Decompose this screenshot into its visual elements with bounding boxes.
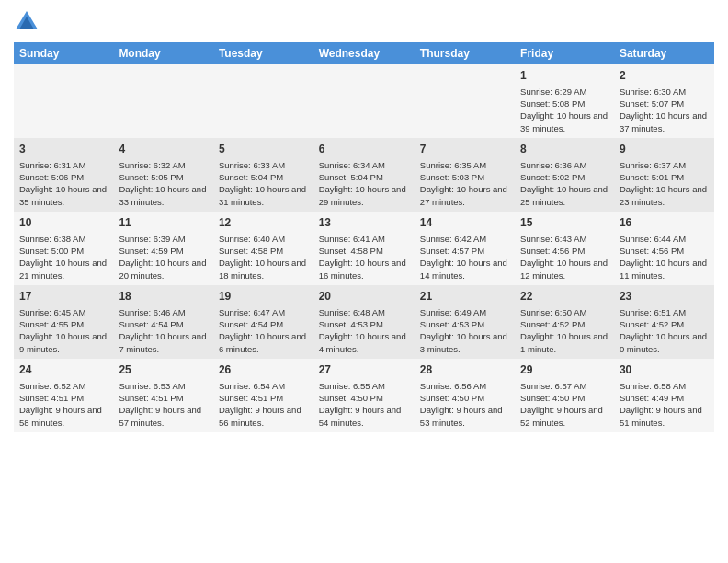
day-info: Sunrise: 6:56 AM bbox=[420, 380, 509, 392]
day-info: Sunset: 5:05 PM bbox=[119, 171, 208, 183]
day-cell-empty-3 bbox=[313, 64, 415, 138]
day-info: Daylight: 10 hours and 18 minutes. bbox=[219, 257, 308, 282]
day-info: Sunrise: 6:52 AM bbox=[19, 380, 108, 392]
day-info: Daylight: 10 hours and 23 minutes. bbox=[620, 183, 709, 208]
day-cell-20: 20Sunrise: 6:48 AMSunset: 4:53 PMDayligh… bbox=[313, 285, 415, 359]
day-number: 1 bbox=[520, 68, 609, 84]
column-header-friday: Friday bbox=[515, 42, 614, 64]
day-info: Daylight: 9 hours and 58 minutes. bbox=[19, 404, 108, 429]
day-info: Sunset: 4:54 PM bbox=[119, 318, 208, 330]
day-cell-29: 29Sunrise: 6:57 AMSunset: 4:50 PMDayligh… bbox=[515, 359, 614, 432]
day-cell-10: 10Sunrise: 6:38 AMSunset: 5:00 PMDayligh… bbox=[14, 212, 113, 285]
day-info: Daylight: 10 hours and 37 minutes. bbox=[620, 109, 709, 134]
day-info: Sunset: 4:50 PM bbox=[319, 392, 409, 404]
day-cell-6: 6Sunrise: 6:34 AMSunset: 5:04 PMDaylight… bbox=[313, 138, 415, 212]
day-cell-30: 30Sunrise: 6:58 AMSunset: 4:49 PMDayligh… bbox=[614, 359, 714, 432]
day-cell-empty-2 bbox=[213, 64, 313, 138]
day-info: Sunset: 4:50 PM bbox=[520, 392, 609, 404]
day-info: Sunset: 4:51 PM bbox=[219, 392, 308, 404]
day-number: 21 bbox=[420, 289, 509, 304]
day-info: Daylight: 10 hours and 4 minutes. bbox=[319, 330, 409, 355]
day-info: Sunrise: 6:34 AM bbox=[319, 159, 409, 171]
day-info: Sunrise: 6:49 AM bbox=[420, 306, 509, 318]
day-info: Sunrise: 6:45 AM bbox=[19, 306, 108, 318]
day-info: Daylight: 10 hours and 12 minutes. bbox=[520, 257, 609, 282]
day-cell-5: 5Sunrise: 6:33 AMSunset: 5:04 PMDaylight… bbox=[213, 138, 313, 212]
day-info: Sunrise: 6:30 AM bbox=[620, 86, 709, 98]
day-cell-15: 15Sunrise: 6:43 AMSunset: 4:56 PMDayligh… bbox=[515, 212, 614, 285]
day-number: 3 bbox=[19, 142, 108, 157]
day-cell-28: 28Sunrise: 6:56 AMSunset: 4:50 PMDayligh… bbox=[415, 359, 515, 432]
day-info: Sunset: 5:06 PM bbox=[19, 171, 108, 183]
day-info: Sunrise: 6:36 AM bbox=[520, 159, 609, 171]
day-info: Daylight: 10 hours and 35 minutes. bbox=[19, 183, 108, 208]
header bbox=[14, 9, 714, 35]
day-info: Sunset: 4:54 PM bbox=[219, 318, 308, 330]
day-info: Daylight: 10 hours and 6 minutes. bbox=[219, 330, 308, 355]
day-cell-21: 21Sunrise: 6:49 AMSunset: 4:53 PMDayligh… bbox=[415, 285, 515, 359]
day-cell-12: 12Sunrise: 6:40 AMSunset: 4:58 PMDayligh… bbox=[213, 212, 313, 285]
day-info: Sunrise: 6:44 AM bbox=[620, 233, 709, 245]
day-info: Sunset: 5:00 PM bbox=[19, 245, 108, 257]
day-info: Daylight: 9 hours and 56 minutes. bbox=[219, 404, 308, 429]
day-info: Daylight: 10 hours and 29 minutes. bbox=[319, 183, 409, 208]
day-cell-17: 17Sunrise: 6:45 AMSunset: 4:55 PMDayligh… bbox=[14, 285, 113, 359]
day-cell-empty-0 bbox=[14, 64, 113, 138]
day-info: Sunrise: 6:39 AM bbox=[119, 233, 208, 245]
day-info: Sunrise: 6:54 AM bbox=[219, 380, 308, 392]
day-info: Daylight: 10 hours and 31 minutes. bbox=[219, 183, 308, 208]
day-info: Sunrise: 6:43 AM bbox=[520, 233, 609, 245]
day-info: Daylight: 10 hours and 11 minutes. bbox=[620, 257, 709, 282]
day-number: 27 bbox=[319, 362, 409, 378]
day-info: Sunrise: 6:55 AM bbox=[319, 380, 409, 392]
day-info: Sunset: 5:04 PM bbox=[219, 171, 308, 183]
day-info: Sunrise: 6:29 AM bbox=[520, 86, 609, 98]
day-info: Daylight: 9 hours and 54 minutes. bbox=[319, 404, 409, 429]
day-cell-25: 25Sunrise: 6:53 AMSunset: 4:51 PMDayligh… bbox=[113, 359, 213, 432]
day-info: Sunset: 4:52 PM bbox=[620, 318, 709, 330]
day-cell-24: 24Sunrise: 6:52 AMSunset: 4:51 PMDayligh… bbox=[14, 359, 113, 432]
day-number: 20 bbox=[319, 289, 409, 304]
day-info: Daylight: 10 hours and 3 minutes. bbox=[420, 330, 509, 355]
day-info: Sunset: 4:57 PM bbox=[420, 245, 509, 257]
day-cell-18: 18Sunrise: 6:46 AMSunset: 4:54 PMDayligh… bbox=[113, 285, 213, 359]
day-cell-22: 22Sunrise: 6:50 AMSunset: 4:52 PMDayligh… bbox=[515, 285, 614, 359]
day-info: Daylight: 9 hours and 52 minutes. bbox=[520, 404, 609, 429]
day-info: Sunset: 4:55 PM bbox=[19, 318, 108, 330]
day-number: 30 bbox=[620, 362, 709, 378]
day-info: Sunrise: 6:57 AM bbox=[520, 380, 609, 392]
day-number: 7 bbox=[420, 142, 509, 157]
day-info: Sunrise: 6:50 AM bbox=[520, 306, 609, 318]
day-number: 23 bbox=[620, 289, 709, 304]
day-number: 8 bbox=[520, 142, 609, 157]
week-row-5: 24Sunrise: 6:52 AMSunset: 4:51 PMDayligh… bbox=[14, 359, 714, 432]
day-number: 26 bbox=[219, 362, 308, 378]
day-info: Sunset: 4:50 PM bbox=[420, 392, 509, 404]
day-number: 9 bbox=[620, 142, 709, 157]
day-info: Sunrise: 6:37 AM bbox=[620, 159, 709, 171]
day-info: Sunset: 4:58 PM bbox=[319, 245, 409, 257]
week-row-2: 3Sunrise: 6:31 AMSunset: 5:06 PMDaylight… bbox=[14, 138, 714, 212]
day-info: Sunset: 4:53 PM bbox=[319, 318, 409, 330]
logo-icon bbox=[14, 9, 40, 35]
day-number: 5 bbox=[219, 142, 308, 157]
day-info: Sunset: 5:02 PM bbox=[520, 171, 609, 183]
day-info: Daylight: 10 hours and 20 minutes. bbox=[119, 257, 208, 282]
day-number: 11 bbox=[119, 215, 208, 231]
day-number: 17 bbox=[19, 289, 108, 304]
day-info: Sunset: 4:53 PM bbox=[420, 318, 509, 330]
day-cell-4: 4Sunrise: 6:32 AMSunset: 5:05 PMDaylight… bbox=[113, 138, 213, 212]
day-info: Sunrise: 6:35 AM bbox=[420, 159, 509, 171]
day-info: Sunrise: 6:32 AM bbox=[119, 159, 208, 171]
day-cell-1: 1Sunrise: 6:29 AMSunset: 5:08 PMDaylight… bbox=[515, 64, 614, 138]
calendar-table: SundayMondayTuesdayWednesdayThursdayFrid… bbox=[14, 42, 714, 432]
day-info: Sunrise: 6:58 AM bbox=[620, 380, 709, 392]
day-number: 25 bbox=[119, 362, 208, 378]
day-info: Sunset: 5:07 PM bbox=[620, 98, 709, 109]
day-info: Daylight: 10 hours and 14 minutes. bbox=[420, 257, 509, 282]
day-info: Sunset: 5:01 PM bbox=[620, 171, 709, 183]
day-number: 24 bbox=[19, 362, 108, 378]
page-container: SundayMondayTuesdayWednesdayThursdayFrid… bbox=[0, 0, 728, 437]
day-info: Sunrise: 6:53 AM bbox=[119, 380, 208, 392]
day-info: Daylight: 10 hours and 27 minutes. bbox=[420, 183, 509, 208]
